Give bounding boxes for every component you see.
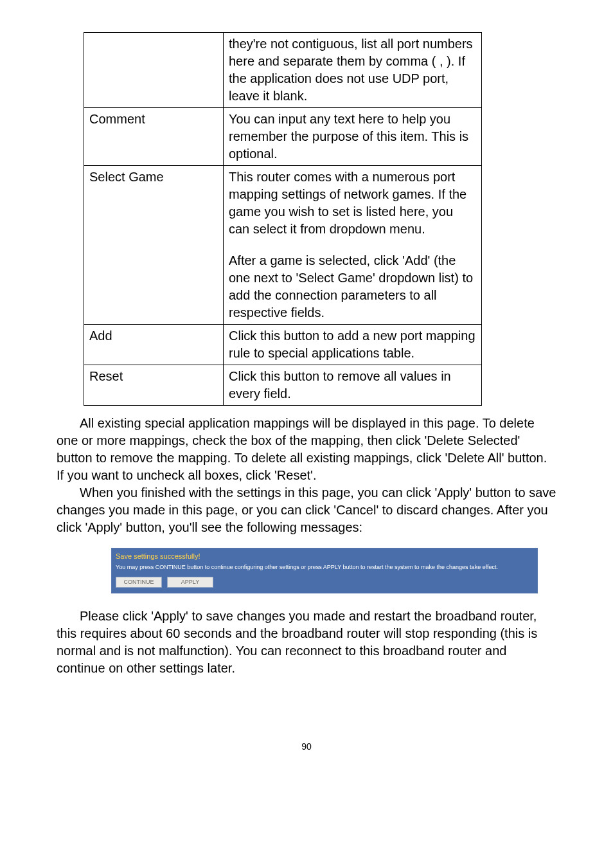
table-cell-description: they're not contiguous, list all port nu… [224, 33, 482, 108]
table-row: Select GameThis router comes with a nume… [84, 166, 482, 325]
paragraph-2: When you finished with the settings in t… [57, 484, 556, 536]
table-cell-label: Reset [84, 365, 224, 406]
table-row: CommentYou can input any text here to he… [84, 108, 482, 166]
page-number: 90 [57, 741, 556, 752]
continue-button[interactable]: CONTINUE [116, 577, 162, 588]
table-row: ResetClick this button to remove all val… [84, 365, 482, 406]
paragraph-3: Please click 'Apply' to save changes you… [57, 608, 556, 677]
table-row: they're not contiguous, list all port nu… [84, 33, 482, 108]
table-cell-description: You can input any text here to help you … [224, 108, 482, 166]
table-cell-description: Click this button to remove all values i… [224, 365, 482, 406]
banner-title: Save settings successfully! [116, 552, 533, 560]
banner-message: You may press CONTINUE button to continu… [116, 564, 533, 572]
table-row: AddClick this button to add a new port m… [84, 325, 482, 365]
table-cell-label: Comment [84, 108, 224, 166]
table-cell-label: Select Game [84, 166, 224, 325]
table-cell-label [84, 33, 224, 108]
apply-button[interactable]: APPLY [167, 577, 213, 588]
paragraph-1: All existing special application mapping… [57, 415, 556, 484]
table-cell-label: Add [84, 325, 224, 365]
table-cell-description: Click this button to add a new port mapp… [224, 325, 482, 365]
save-settings-banner: Save settings successfully! You may pres… [111, 548, 538, 593]
table-cell-description: This router comes with a numerous port m… [224, 166, 482, 325]
settings-table: they're not contiguous, list all port nu… [84, 32, 482, 406]
